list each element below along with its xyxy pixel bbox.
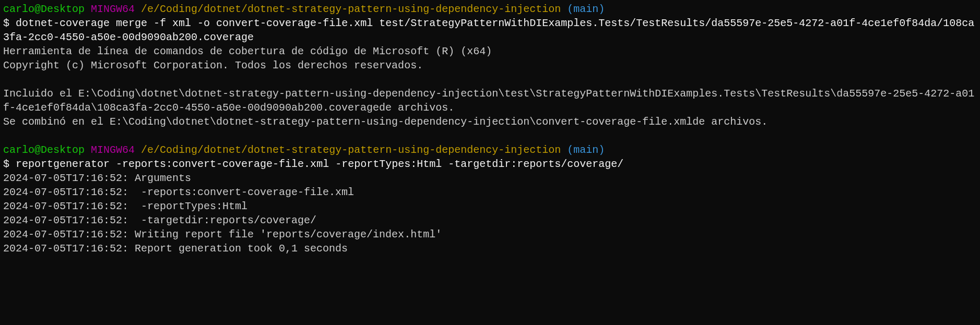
prompt-branch: (main)	[567, 3, 605, 15]
command-line-2: $ reportgenerator -reports:convert-cover…	[3, 158, 623, 170]
output-block-2: 2024-07-05T17:16:52: Arguments 2024-07-0…	[3, 172, 442, 255]
prompt-env: MINGW64	[91, 3, 135, 15]
prompt-symbol: $	[3, 17, 9, 29]
prompt-line-2: carlo@Desktop MINGW64 /e/Coding/dotnet/d…	[3, 144, 605, 156]
command-line-1: $ dotnet-coverage merge -f xml -o conver…	[3, 17, 974, 43]
prompt-user: carlo@Desktop	[3, 144, 85, 156]
command-text: reportgenerator -reports:convert-coverag…	[16, 158, 623, 170]
command-text: dotnet-coverage merge -f xml -o convert-…	[3, 17, 974, 43]
prompt-branch: (main)	[567, 144, 605, 156]
prompt-env: MINGW64	[91, 144, 135, 156]
terminal-output[interactable]: carlo@Desktop MINGW64 /e/Coding/dotnet/d…	[3, 3, 974, 255]
output-block-1: Herramienta de línea de comandos de cobe…	[3, 45, 974, 128]
prompt-path: /e/Coding/dotnet/dotnet-strategy-pattern…	[141, 144, 561, 156]
prompt-user: carlo@Desktop	[3, 3, 85, 15]
prompt-line-1: carlo@Desktop MINGW64 /e/Coding/dotnet/d…	[3, 3, 605, 15]
prompt-symbol: $	[3, 158, 9, 170]
prompt-path: /e/Coding/dotnet/dotnet-strategy-pattern…	[141, 3, 561, 15]
